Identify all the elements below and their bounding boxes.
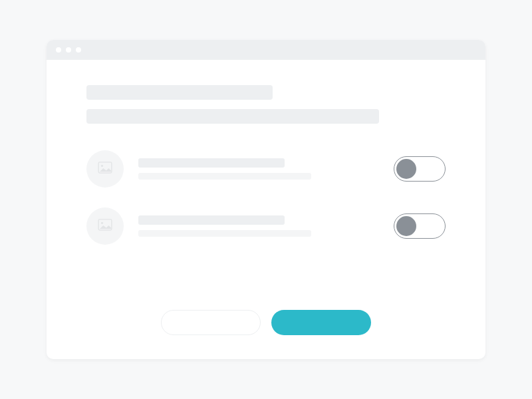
traffic-light-minimize[interactable] (66, 47, 71, 53)
setting-toggle[interactable] (394, 156, 446, 182)
image-icon (98, 162, 112, 176)
setting-text (138, 215, 366, 237)
setting-thumbnail (86, 207, 124, 245)
setting-description (138, 230, 311, 237)
setting-text (138, 158, 366, 180)
traffic-light-close[interactable] (56, 47, 61, 53)
setting-title (138, 158, 285, 168)
content-area (47, 60, 485, 359)
image-icon (98, 219, 112, 233)
traffic-light-zoom[interactable] (76, 47, 81, 53)
svg-point-3 (101, 222, 103, 224)
setting-row (86, 150, 446, 188)
action-bar (86, 310, 446, 339)
setting-description (138, 173, 311, 180)
setting-thumbnail (86, 150, 124, 188)
toggle-knob (396, 216, 416, 236)
page-subtitle (86, 109, 379, 124)
setting-title (138, 215, 285, 225)
setting-toggle[interactable] (394, 213, 446, 239)
window-titlebar (47, 40, 485, 60)
secondary-button[interactable] (161, 310, 261, 335)
svg-point-1 (101, 165, 103, 167)
toggle-knob (396, 159, 416, 179)
primary-button[interactable] (271, 310, 371, 335)
setting-row (86, 207, 446, 245)
app-window (47, 40, 485, 359)
page-title (86, 85, 273, 100)
